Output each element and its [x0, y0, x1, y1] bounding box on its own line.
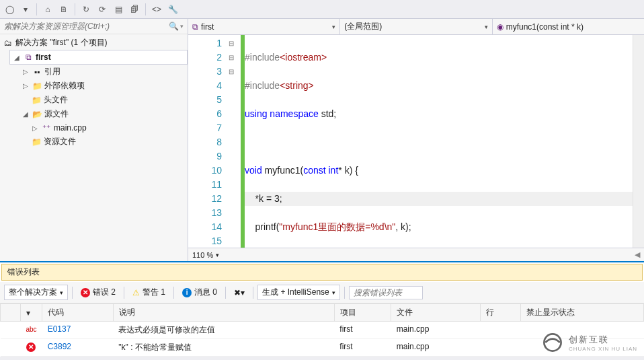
- source-files-label: 源文件: [44, 108, 69, 120]
- expand-toggle-icon[interactable]: ▷: [22, 82, 30, 89]
- watermark-sub: CHUANG XIN HU LIAN: [569, 346, 637, 352]
- col-line[interactable]: 行: [481, 304, 521, 322]
- external-deps-label: 外部依赖项: [44, 80, 85, 92]
- code-area[interactable]: 1234 5678 9101112 13141516 ⊟ ⊟ ⊟ #includ…: [188, 35, 644, 248]
- external-deps-node[interactable]: ▷ 📁 外部依赖项: [19, 79, 188, 93]
- home-icon[interactable]: ⌂: [41, 3, 54, 16]
- intellisense-error-icon: abc: [26, 326, 37, 333]
- folder-icon: 📁: [32, 81, 42, 92]
- info-icon: i: [182, 288, 192, 297]
- solution-icon: 🗂: [3, 38, 13, 48]
- folder-icon: 📁: [31, 137, 42, 147]
- scroll-left-icon[interactable]: ◀: [635, 250, 640, 259]
- col-desc[interactable]: 说明: [113, 304, 334, 322]
- col-icon[interactable]: [1, 304, 21, 322]
- col-code[interactable]: 代码: [42, 304, 114, 322]
- error-icon: ✕: [26, 343, 36, 352]
- zoom-dropdown[interactable]: 110 % ▾: [192, 251, 219, 259]
- filter-icon: ✖▾: [234, 288, 245, 297]
- watermark-brand: 创新互联: [569, 334, 637, 346]
- col-file[interactable]: 文件: [391, 304, 481, 322]
- references-label: 引用: [44, 66, 61, 77]
- watermark: 创新互联 CHUANG XIN HU LIAN: [540, 330, 637, 355]
- search-dropdown-icon[interactable]: ▾: [180, 23, 184, 30]
- solution-node[interactable]: 🗂 解决方案 "first" (1 个项目): [0, 36, 188, 50]
- nav-scope-label: (全局范围): [344, 21, 382, 32]
- source-files-node[interactable]: ◢ 📂 源文件: [19, 107, 188, 121]
- col-project[interactable]: 项目: [334, 304, 391, 322]
- search-icon[interactable]: 🔍: [169, 22, 179, 31]
- nav-scope-dropdown[interactable]: (全局范围) ▾: [340, 19, 492, 34]
- error-search-input[interactable]: [349, 286, 423, 299]
- error-list-title: 错误列表: [1, 264, 643, 281]
- project-node[interactable]: ◢ ⧉ first: [9, 50, 188, 65]
- chevron-down-icon: ▾: [485, 24, 488, 30]
- resources-label: 资源文件: [44, 136, 76, 147]
- function-icon: ◉: [497, 22, 504, 32]
- main-toolbar: ◯ ▾ ⌂ 🗎 ↻ ⟳ ▤ 🗐 <> 🔧: [0, 0, 644, 19]
- warnings-filter-button[interactable]: ⚠ 警告 1: [128, 285, 169, 299]
- line-numbers: 1234 5678 9101112 13141516: [188, 35, 229, 248]
- expand-toggle-icon[interactable]: ◢: [22, 110, 30, 118]
- error-scope-dropdown[interactable]: 整个解决方案▾: [4, 285, 68, 300]
- code-editor: ⧉ first ▾ (全局范围) ▾ ◉ myfunc1(const int *…: [188, 19, 644, 261]
- nav-back-icon[interactable]: ◯: [3, 3, 16, 16]
- wrench-icon[interactable]: 🔧: [166, 3, 179, 16]
- files-icon[interactable]: 🗎: [57, 3, 71, 16]
- expand-toggle-icon[interactable]: ▷: [31, 124, 39, 132]
- references-node[interactable]: ▷ ▪▪ 引用: [19, 65, 188, 79]
- outline-margin: ⊟ ⊟ ⊟: [229, 35, 241, 248]
- watermark-logo-icon: [540, 330, 565, 355]
- headers-label: 头文件: [44, 94, 68, 106]
- zoom-label: 110 %: [192, 251, 213, 259]
- code-icon[interactable]: <>: [150, 3, 163, 16]
- nav-forward-icon[interactable]: ▾: [19, 3, 32, 16]
- resources-node[interactable]: 📁 资源文件: [28, 135, 188, 149]
- solution-explorer: 🔍 ▾ 🗂 解决方案 "first" (1 个项目) ◢ ⧉ first ▷ ▪…: [0, 19, 188, 261]
- nav-function-dropdown[interactable]: ◉ myfunc1(const int * k): [493, 19, 644, 34]
- svg-point-0: [544, 334, 561, 351]
- messages-filter-button[interactable]: i 消息 0: [178, 285, 221, 299]
- vertical-scrollbar[interactable]: [633, 35, 644, 248]
- error-icon: ✕: [81, 288, 90, 297]
- sync-icon[interactable]: ↻: [79, 3, 93, 16]
- solution-search-input[interactable]: [4, 22, 169, 31]
- headers-node[interactable]: 📁 头文件: [28, 93, 188, 107]
- cpp-file-icon: ⁺⁺: [41, 122, 52, 133]
- folder-icon: 📁: [31, 95, 42, 106]
- code-text[interactable]: #include<iostream> #include<string> usin…: [245, 35, 633, 248]
- nav-project-label: first: [201, 22, 214, 32]
- expand-toggle-icon[interactable]: ▷: [22, 68, 30, 75]
- copy-icon[interactable]: 🗐: [128, 3, 141, 16]
- expand-toggle-icon[interactable]: ◢: [13, 54, 21, 61]
- build-source-dropdown[interactable]: 生成 + IntelliSense▾: [257, 285, 340, 300]
- nav-function-label: myfunc1(const int * k): [506, 22, 583, 32]
- errors-filter-button[interactable]: ✕ 错误 2: [77, 285, 120, 299]
- refresh-icon[interactable]: ⟳: [95, 3, 109, 16]
- col-sort[interactable]: ▾: [21, 304, 42, 322]
- project-icon: ⧉: [23, 52, 34, 63]
- collapse-icon[interactable]: ▤: [112, 3, 125, 16]
- references-icon: ▪▪: [32, 67, 42, 77]
- col-suppress[interactable]: 禁止显示状态: [520, 304, 643, 322]
- source-file-item[interactable]: ▷ ⁺⁺ main.cpp: [28, 121, 188, 135]
- file-label: main.cpp: [54, 123, 87, 133]
- chevron-down-icon: ▾: [332, 24, 335, 30]
- warning-icon: ⚠: [132, 288, 140, 297]
- chevron-down-icon: ▾: [216, 252, 219, 258]
- folder-icon: 📂: [32, 109, 42, 120]
- project-icon: ⧉: [192, 22, 198, 32]
- clear-filter-button[interactable]: ✖▾: [230, 287, 249, 299]
- project-label: first: [36, 52, 51, 62]
- solution-label: 解决方案 "first" (1 个项目): [15, 37, 108, 48]
- nav-project-dropdown[interactable]: ⧉ first ▾: [188, 19, 340, 34]
